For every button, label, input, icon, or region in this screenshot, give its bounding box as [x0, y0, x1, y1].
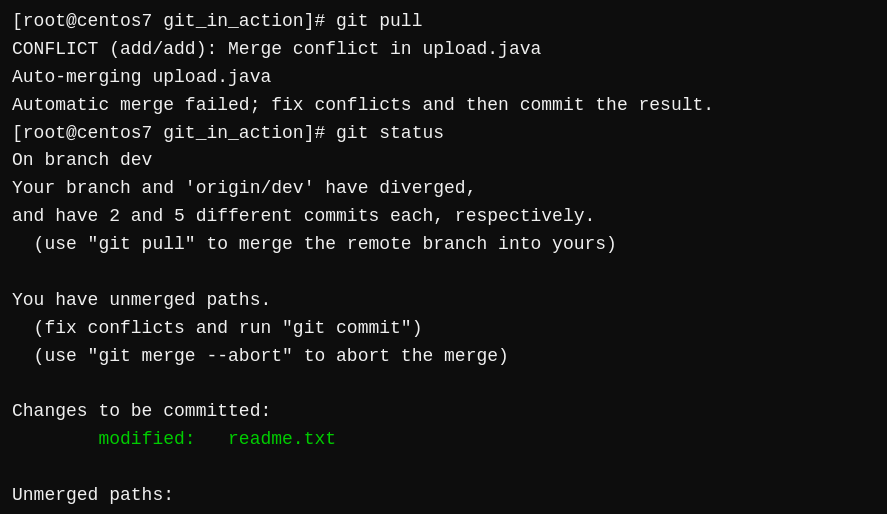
terminal-blank-line [12, 259, 875, 287]
terminal-line: [root@centos7 git_in_action]# git pull [12, 8, 875, 36]
terminal-line: Unmerged paths: [12, 482, 875, 510]
terminal-line-modified: modified: readme.txt [12, 426, 875, 454]
terminal-line: (use "git add <file>..." to mark resolut… [12, 510, 875, 514]
terminal-line: (fix conflicts and run "git commit") [12, 315, 875, 343]
terminal-line: (use "git pull" to merge the remote bran… [12, 231, 875, 259]
terminal-line: [root@centos7 git_in_action]# git status [12, 120, 875, 148]
terminal-window: [root@centos7 git_in_action]# git pull C… [0, 0, 887, 514]
terminal-blank-line [12, 454, 875, 482]
terminal-line: You have unmerged paths. [12, 287, 875, 315]
terminal-blank-line [12, 371, 875, 399]
terminal-line: and have 2 and 5 different commits each,… [12, 203, 875, 231]
terminal-line: Changes to be committed: [12, 398, 875, 426]
terminal-line: CONFLICT (add/add): Merge conflict in up… [12, 36, 875, 64]
terminal-line: Your branch and 'origin/dev' have diverg… [12, 175, 875, 203]
terminal-line: Auto-merging upload.java [12, 64, 875, 92]
terminal-line: On branch dev [12, 147, 875, 175]
terminal-line: Automatic merge failed; fix conflicts an… [12, 92, 875, 120]
terminal-line: (use "git merge --abort" to abort the me… [12, 343, 875, 371]
